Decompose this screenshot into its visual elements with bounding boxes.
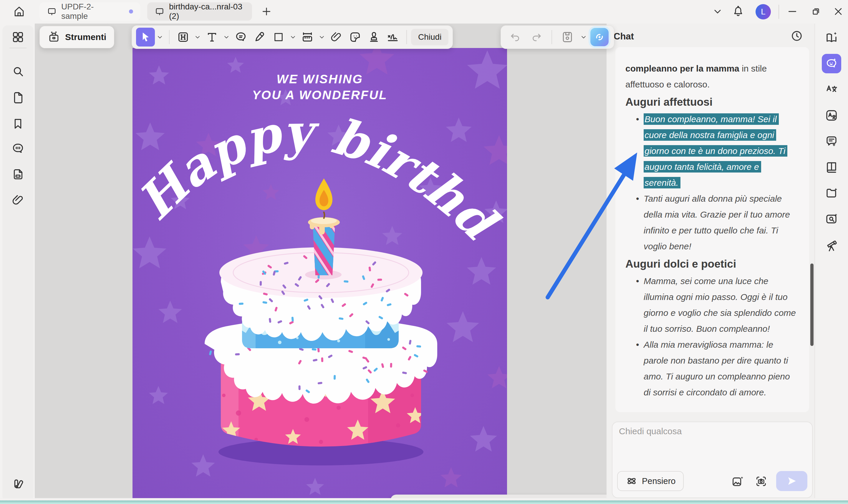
ai-tools-rail [814,23,848,498]
chat-panel: Chat compleanno per la mamma in stile af… [607,23,814,498]
maximize-icon [810,5,822,17]
collapse-button[interactable] [709,3,726,20]
birthday-card-page: Happy birthday [132,48,507,498]
divider [10,48,26,48]
text-tool-chevron[interactable] [222,33,231,41]
redo-button[interactable] [527,28,546,47]
strumenti-button[interactable]: Strumenti [39,26,114,48]
ai-folder-button[interactable] [825,186,838,200]
document-canvas[interactable]: Happy birthday [35,23,607,498]
sidebar-item-panels[interactable] [11,30,25,44]
save-chevron[interactable] [579,33,588,41]
tab-label: UPDF-2-sample [61,2,120,21]
chat-input-card: Pensiero [612,421,813,498]
card-subtitle-line1: WE WISHING [132,72,507,86]
close-button[interactable] [830,3,847,20]
send-button[interactable] [776,471,807,491]
background-window-edge [0,501,848,504]
tab-label: birthday-ca...nral-03 (2) [169,2,245,21]
home-button[interactable] [11,3,28,20]
select-tool-button[interactable] [136,28,155,47]
sidebar-item-pages[interactable] [11,91,25,105]
pensiero-toggle-button[interactable]: Pensiero [617,471,684,491]
discover-telescope-button[interactable] [825,238,838,253]
window-edge [0,498,848,501]
chat-panel-title: Chat [614,31,634,42]
list-item: Mamma, sei come una luce che illumina og… [644,273,797,337]
measure-tool-button[interactable] [298,28,317,47]
close-icon [832,5,844,17]
ai-chat-tab[interactable] [822,54,841,73]
page-navigation-bar: 80% 1:1 [391,494,607,498]
undo-button[interactable] [506,28,525,47]
shape-tool-button[interactable] [269,28,288,47]
chiudi-button[interactable]: Chiudi [411,29,448,45]
sidebar-item-comments[interactable] [11,142,25,155]
tab-birthday-card[interactable]: birthday-ca...nral-03 (2) [147,2,252,21]
chat-history-button[interactable] [790,29,804,43]
plus-icon [260,5,272,17]
maximize-button[interactable] [807,3,825,20]
ai-search-button[interactable] [825,212,838,226]
document-tab-icon [154,6,165,17]
divider [169,30,169,44]
measure-tool-chevron[interactable] [318,33,326,41]
new-tab-button[interactable] [258,3,275,20]
avatar-initial: L [761,7,765,17]
sticker-tool-button[interactable] [346,28,364,47]
highlighted-text[interactable]: Buon compleanno, mamma! Sei il cuore del… [644,113,787,188]
divider [552,30,552,44]
pen-tool-button[interactable] [250,28,269,47]
sidebar-item-bookmarks[interactable] [11,117,25,130]
title-bar: UPDF-2-sample birthday-ca...nral-03 (2) … [0,0,848,23]
updf-app-window: UPDF-2-sample birthday-ca...nral-03 (2) … [0,0,848,504]
signature-tool-button[interactable] [383,28,402,47]
summarize-book-button[interactable] [825,31,838,45]
sidebar-item-attachments[interactable] [11,194,25,207]
tab-updf-2-sample[interactable]: UPDF-2-sample [39,2,140,21]
ai-response-message: compleanno per la mamma in stile affettu… [615,47,809,412]
insert-image-button[interactable] [731,474,744,488]
side-by-side-reader-button[interactable] [825,160,838,174]
chat-input[interactable] [619,426,801,465]
attachment-tool-button[interactable] [327,28,346,47]
annotation-toolbar: Chiudi [132,25,453,49]
home-icon [13,5,25,18]
left-sidebar [2,25,34,501]
ai-assistant-button[interactable] [590,28,609,46]
card-subtitle-line2: YOU A WONDERFUL [132,88,507,102]
heading-tool-button[interactable] [174,28,193,47]
translate-document-button[interactable] [825,108,838,123]
sidebar-item-appearance[interactable] [11,476,25,490]
document-tab-icon [47,6,57,17]
history-save-toolbar [501,25,614,49]
minimize-icon [787,5,798,17]
list-item: Alla mia meravigliosa mamma: le parole n… [644,337,797,400]
chevron-down-icon [712,5,723,17]
notifications-button[interactable] [729,3,747,20]
text-tool-button[interactable] [203,28,221,47]
atom-icon [626,475,638,487]
sidebar-item-thumbnails[interactable] [11,167,25,181]
bell-icon [732,5,745,18]
unsaved-dot [129,10,133,14]
select-tool-chevron[interactable] [156,33,164,41]
toolbox-icon [48,31,60,43]
comment-tool-button[interactable] [231,28,250,47]
cake-illustration [205,178,437,465]
list-item: Buon compleanno, mamma! Sei il cuore del… [644,111,797,191]
screenshot-button[interactable] [754,474,768,488]
ai-notes-button[interactable] [825,134,838,148]
avatar[interactable]: L [756,4,771,19]
minimize-button[interactable] [784,3,801,20]
heading-tool-chevron[interactable] [193,33,202,41]
shape-tool-chevron[interactable] [289,33,297,41]
message-heading: Auguri affettuosi [626,93,800,111]
sidebar-item-search[interactable] [11,65,25,78]
stamp-tool-button[interactable] [364,28,383,47]
save-button[interactable] [558,28,577,47]
divider [778,5,779,19]
translate-text-button[interactable] [825,83,838,96]
chat-scrollbar[interactable] [810,264,814,346]
divider [406,30,407,44]
